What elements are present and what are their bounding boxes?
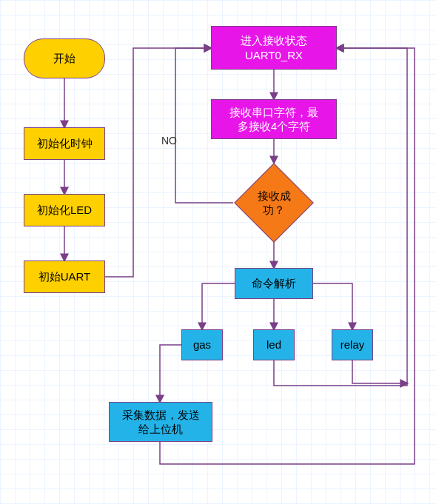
collect-send-box: 采集数据，发送 给上位机 [109, 402, 212, 442]
no-edge-label: NO [161, 135, 177, 147]
cmd-parse-box: 命令解析 [235, 268, 313, 299]
rx-success-label: 接收成 功？ [246, 175, 302, 231]
gas-box: gas [181, 329, 223, 360]
init-clock-box: 初始化时钟 [24, 127, 105, 160]
uart-rx-chars-box: 接收串口字符，最 多接收4个字符 [211, 99, 337, 139]
uart-rx-state-box: 进入接收状态 UART0_RX [211, 26, 337, 70]
start-terminator: 开始 [24, 38, 105, 78]
rx-success-decision: 接收成 功？ [246, 175, 302, 231]
relay-box: relay [332, 329, 373, 360]
init-led-box: 初始化LED [24, 194, 105, 226]
init-uart-box: 初始UART [24, 261, 105, 293]
led-box: led [253, 329, 295, 360]
